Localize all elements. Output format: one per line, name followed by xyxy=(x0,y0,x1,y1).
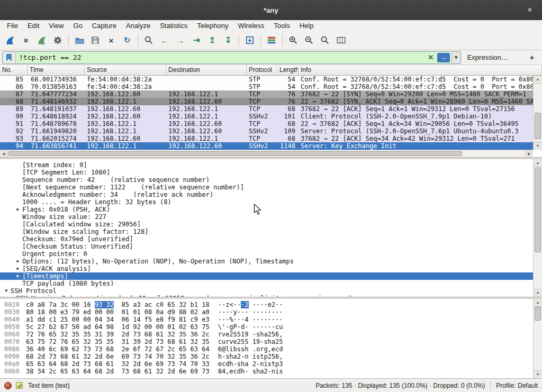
column-header-time[interactable]: Time xyxy=(28,65,85,75)
packet-row[interactable]: 90 71.648618924 192.168.122.60 192.168.1… xyxy=(0,113,542,120)
expand-arrow-icon[interactable]: ▶ xyxy=(14,258,22,265)
go-to-packet-button[interactable]: ⇥ xyxy=(188,33,204,48)
detail-line[interactable]: ▶ Flags: 0x018 (PSH, ACK) xyxy=(0,206,542,213)
detail-line[interactable]: Checksum: 0x79ed [unverified] xyxy=(0,235,542,243)
go-last-packet-button[interactable]: ↧ xyxy=(220,33,236,48)
hex-row[interactable]: 0030 80 18 00 e3 79 ed 00 00 01 01 08 0a… xyxy=(4,308,542,316)
scrollbar-left-button[interactable]: ◀ xyxy=(0,150,8,157)
column-header-destination[interactable]: Destination xyxy=(166,65,247,75)
expand-arrow-icon[interactable]: ▶ xyxy=(14,272,22,280)
detail-line[interactable]: [Next sequence number: 1122 (relative se… xyxy=(0,184,542,191)
expand-arrow-icon[interactable] xyxy=(14,221,22,228)
zoom-reset-button[interactable] xyxy=(317,33,333,48)
expand-arrow-icon[interactable] xyxy=(14,243,22,250)
menu-item[interactable]: Go xyxy=(68,21,87,30)
scrollbar-up-button[interactable]: ▲ xyxy=(534,76,542,84)
expand-arrow-icon[interactable] xyxy=(14,191,22,198)
go-back-button[interactable]: ← xyxy=(157,33,173,48)
packet-row[interactable]: 86 70.013850163 fe:54:00:d4:38:2a STP 54… xyxy=(0,83,542,90)
expand-arrow-icon[interactable] xyxy=(14,184,22,191)
filter-dropdown-icon[interactable]: ▼ xyxy=(451,52,460,63)
expand-arrow-icon[interactable] xyxy=(14,198,22,206)
packet-row[interactable]: 91 71.648789678 192.168.122.1 192.168.12… xyxy=(0,120,542,127)
capture-options-button[interactable] xyxy=(50,33,66,48)
zoom-in-button[interactable] xyxy=(285,33,301,48)
apply-filter-icon[interactable]: → xyxy=(437,53,450,62)
expand-arrow-icon[interactable]: ▶ xyxy=(14,206,22,213)
column-header-protocol[interactable]: Protocol xyxy=(247,65,277,75)
detail-line[interactable]: [TCP Segment Len: 1080] xyxy=(0,169,542,176)
expand-arrow-icon[interactable] xyxy=(14,280,22,287)
filter-bookmark-button[interactable] xyxy=(3,52,16,63)
menu-item[interactable]: Capture xyxy=(87,21,121,30)
start-capture-button[interactable] xyxy=(2,33,18,48)
scrollbar-down-button[interactable]: ▼ xyxy=(534,142,542,150)
column-header-info[interactable]: Info xyxy=(299,65,542,75)
detail-line[interactable]: ▼ SSH Protocol xyxy=(0,287,542,295)
expert-info-icon[interactable] xyxy=(4,382,12,389)
detail-line[interactable]: Window size value: 227 xyxy=(0,213,542,221)
menu-item[interactable]: Analyze xyxy=(121,21,155,30)
scrollbar-thumb[interactable] xyxy=(535,307,541,321)
hex-row[interactable]: 0050 5c 27 b2 67 50 ad 64 98 1d 92 00 00… xyxy=(4,323,542,331)
hex-row[interactable]: 0040 a1 dd c1 25 00 00 04 34 06 14 f5 e8… xyxy=(4,316,542,323)
hex-row[interactable]: 0070 63 75 72 76 65 32 35 35 31 39 2d 73… xyxy=(4,338,542,345)
menu-item[interactable]: File xyxy=(2,21,23,30)
window-close-icon[interactable]: × xyxy=(524,4,536,16)
menu-item[interactable]: Statistics xyxy=(155,21,192,30)
packet-row[interactable]: 88 71.648146932 192.168.122.1 192.168.12… xyxy=(0,98,542,105)
scrollbar-down-button[interactable]: ▼ xyxy=(534,370,542,378)
expand-arrow-icon[interactable] xyxy=(14,235,22,243)
menu-item[interactable]: View xyxy=(44,21,68,30)
packet-list-vscrollbar[interactable]: ▲ ▼ xyxy=(533,76,542,150)
scrollbar-up-button[interactable]: ▲ xyxy=(534,159,542,167)
packet-row[interactable]: 87 71.647777234 192.168.122.60 192.168.1… xyxy=(0,90,542,98)
filter-input[interactable] xyxy=(16,52,426,63)
detail-line[interactable]: SSH Version 2 (encryption:chacha20-poly1… xyxy=(0,295,542,297)
detail-line[interactable]: Sequence number: 42 (relative sequence n… xyxy=(0,176,542,184)
add-filter-button[interactable]: + xyxy=(526,53,538,62)
hex-row[interactable]: 0020 c0 a8 7a 3c 00 16 93 32 85 a3 ac c0… xyxy=(4,301,542,308)
detail-line[interactable]: [Calculated window size: 29056] xyxy=(0,221,542,228)
detail-line[interactable]: [Window size scaling factor: 128] xyxy=(0,228,542,235)
expand-arrow-icon[interactable] xyxy=(14,250,22,258)
details-vscrollbar[interactable]: ▲ ▼ xyxy=(533,159,542,297)
column-header-no[interactable]: No. xyxy=(0,65,28,75)
detail-line[interactable]: [Checksum Status: Unverified] xyxy=(0,243,542,250)
packet-row[interactable]: 93 71.662015274 192.168.122.60 192.168.1… xyxy=(0,135,542,142)
expand-arrow-icon[interactable]: ▶ xyxy=(14,265,22,272)
go-first-packet-button[interactable]: ↥ xyxy=(204,33,220,48)
colorize-packets-button[interactable] xyxy=(264,33,279,48)
expand-arrow-icon[interactable]: ▼ xyxy=(2,287,11,295)
expand-arrow-icon[interactable] xyxy=(14,228,22,235)
menu-item[interactable]: Telephony xyxy=(192,21,233,30)
clear-filter-icon[interactable]: ✕ xyxy=(426,53,436,61)
detail-line[interactable]: ▶ Options: (12 bytes), No-Operation (NOP… xyxy=(0,258,542,265)
packet-row[interactable]: 94 71.663856741 192.168.122.1 192.168.12… xyxy=(0,142,542,150)
go-forward-button[interactable]: → xyxy=(173,33,188,48)
stop-capture-button[interactable]: ■ xyxy=(18,33,34,48)
detail-line[interactable]: 1000 .... = Header Length: 32 bytes (8) xyxy=(0,198,542,206)
packet-row[interactable]: 89 71.648191037 192.168.122.60 192.168.1… xyxy=(0,105,542,113)
hex-row[interactable]: 00a0 65 63 64 68 2d 73 68 61 32 2d 6e 69… xyxy=(4,360,542,368)
scrollbar-down-button[interactable]: ▼ xyxy=(534,289,542,297)
hex-row[interactable]: 0080 36 40 6c 69 62 73 73 68 2e 6f 72 67… xyxy=(4,345,542,353)
expand-arrow-icon[interactable] xyxy=(14,169,22,176)
hex-row[interactable]: 00b0 38 34 2c 65 63 64 68 2d 73 68 61 32… xyxy=(4,368,542,375)
auto-scroll-button[interactable] xyxy=(242,33,258,48)
expand-arrow-icon[interactable] xyxy=(7,295,16,297)
scrollbar-up-button[interactable]: ▲ xyxy=(534,299,542,307)
packet-row[interactable]: 92 71.661949820 192.168.122.1 192.168.12… xyxy=(0,127,542,135)
restart-capture-button[interactable] xyxy=(34,33,50,48)
resize-columns-button[interactable] xyxy=(333,33,349,48)
hex-row[interactable]: 0060 72 76 65 32 35 35 31 39 2d 73 68 61… xyxy=(4,331,542,338)
hex-row[interactable]: 0090 68 2d 73 68 61 32 2d 6e 69 73 74 70… xyxy=(4,353,542,360)
detail-line[interactable]: ▶ [SEQ/ACK analysis] xyxy=(0,265,542,272)
detail-line[interactable]: Acknowledgment number: 34 (relative ack … xyxy=(0,191,542,198)
detail-line[interactable]: ▶ [Timestamps] xyxy=(0,272,542,280)
column-header-length[interactable]: Length xyxy=(277,65,299,75)
capture-comment-icon[interactable] xyxy=(16,382,23,389)
expand-arrow-icon[interactable] xyxy=(14,213,22,221)
detail-line[interactable]: [Stream index: 0] xyxy=(0,161,542,169)
hex-vscrollbar[interactable]: ▲ ▼ xyxy=(533,299,542,378)
